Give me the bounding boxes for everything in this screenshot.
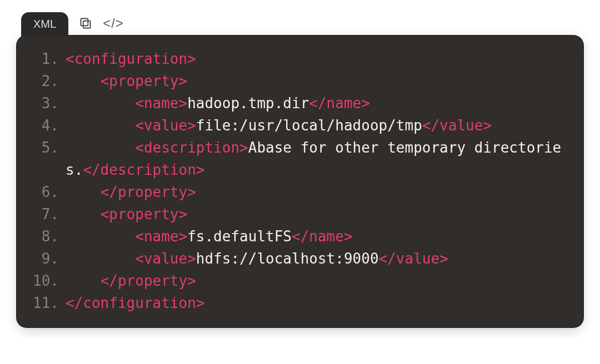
line-content: <value>hdfs://localhost:9000</value>: [66, 247, 569, 270]
line-number: 7.: [20, 203, 59, 225]
line-number: 5.: [20, 136, 59, 181]
code-editor: XML </> 1.<configuration>2. <property>3.…: [17, 11, 583, 327]
line-content: <property>: [66, 203, 569, 225]
line-content: <name>fs.defaultFS</name>: [66, 225, 569, 247]
line-number: 1.: [20, 48, 59, 70]
line-number: 2.: [20, 70, 59, 92]
code-lines: 1.<configuration>2. <property>3. <name>h…: [20, 48, 569, 314]
line-content: <description>Abase for other temporary d…: [66, 136, 569, 181]
line-number: 3.: [20, 92, 59, 114]
code-block[interactable]: 1.<configuration>2. <property>3. <name>h…: [17, 36, 583, 327]
tab-xml[interactable]: XML: [21, 12, 68, 37]
line-number: 11.: [20, 292, 59, 314]
line-number: 10.: [20, 270, 59, 292]
line-content: </property>: [66, 181, 569, 203]
line-content: <value>file:/usr/local/hadoop/tmp</value…: [66, 114, 569, 136]
svg-rect-1: [81, 18, 88, 26]
line-content: </property>: [66, 270, 569, 292]
line-number: 4.: [20, 114, 59, 136]
line-number: 6.: [20, 181, 59, 203]
line-content: </configuration>: [66, 292, 569, 314]
copy-icon[interactable]: [78, 16, 93, 31]
line-content: <property>: [66, 70, 569, 92]
code-toggle-label: </>: [103, 16, 124, 31]
tab-label: XML: [33, 18, 56, 30]
code-toggle-icon[interactable]: </>: [103, 16, 124, 31]
line-number: 9.: [20, 247, 59, 270]
line-content: <configuration>: [66, 48, 569, 70]
line-number: 8.: [20, 225, 59, 247]
line-content: <name>hadoop.tmp.dir</name>: [66, 92, 569, 114]
tab-bar: XML </>: [17, 11, 583, 36]
svg-rect-0: [83, 21, 91, 28]
